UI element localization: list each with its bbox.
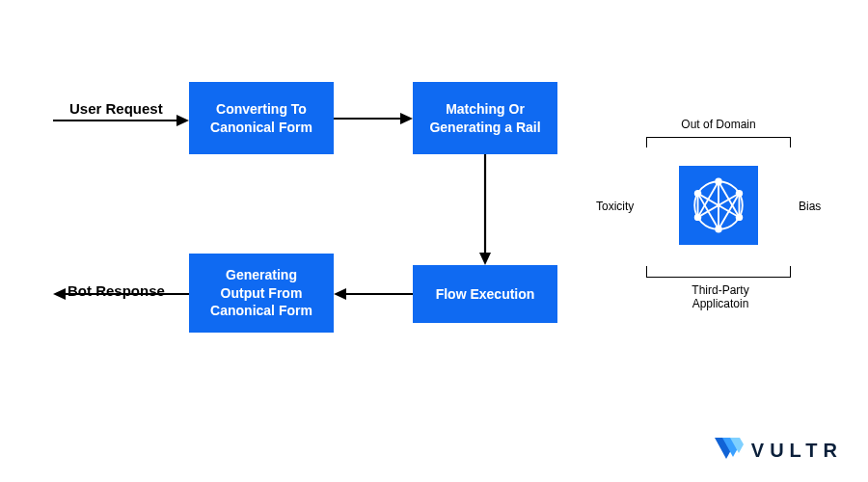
neural-net-icon <box>689 175 748 235</box>
arrow-match-to-flow <box>478 154 492 265</box>
brand-logo: VULTR <box>715 438 843 463</box>
arrow-convert-to-match <box>334 112 413 125</box>
box-flow: Flow Execution <box>413 265 557 323</box>
guardrail-right-label: Bias <box>799 200 821 213</box>
guardrail-left-label: Toxicity <box>596 200 634 213</box>
bot-response-label: Bot Response <box>68 282 165 299</box>
brand-name: VULTR <box>751 440 843 462</box>
svg-point-26 <box>715 177 721 184</box>
user-request-label: User Request <box>69 100 163 117</box>
svg-marker-9 <box>53 288 66 300</box>
svg-point-31 <box>694 190 701 197</box>
svg-marker-7 <box>334 288 346 300</box>
svg-point-27 <box>736 190 743 197</box>
svg-marker-5 <box>479 253 491 265</box>
svg-marker-1 <box>176 115 189 126</box>
box-convert: Converting To Canonical Form <box>189 82 334 154</box>
svg-point-28 <box>736 214 743 221</box>
guardrail-bottom-label: Third-Party Applicatoin <box>677 283 764 310</box>
bracket-bottom <box>646 266 791 278</box>
box-generate: Generating Output From Canonical Form <box>189 254 334 333</box>
vultr-mark-icon <box>715 438 744 463</box>
neural-net-box <box>679 166 758 245</box>
box-match: Matching Or Generating a Rail <box>413 82 557 154</box>
guardrail-top-label: Out of Domain <box>675 118 762 131</box>
svg-marker-3 <box>400 113 413 124</box>
arrow-flow-to-generate <box>334 287 413 301</box>
bracket-top <box>646 137 791 148</box>
diagram-stage: User Request Bot Response Converting To … <box>0 0 868 482</box>
svg-point-29 <box>715 226 721 232</box>
svg-point-30 <box>694 214 701 221</box>
